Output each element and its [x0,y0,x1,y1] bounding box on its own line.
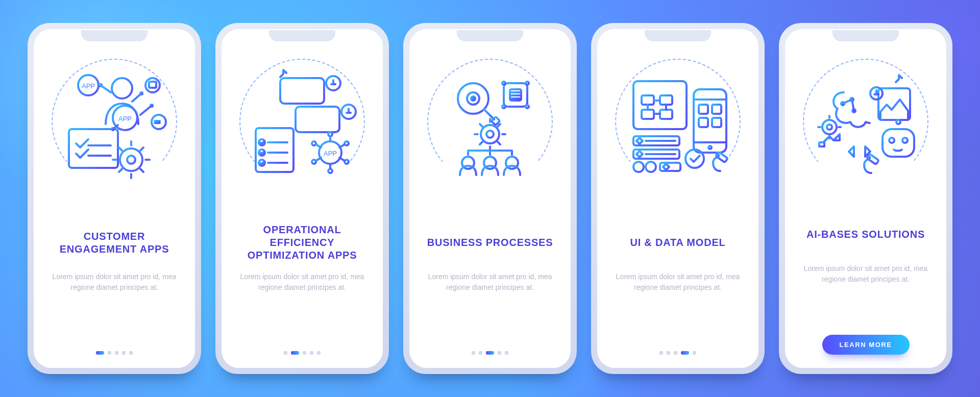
svg-text:APP: APP [118,115,132,122]
svg-text:APP: APP [82,82,95,90]
svg-rect-4 [149,82,156,88]
dot-4[interactable] [122,351,126,355]
screen-title: BUSINESS PROCESSES [427,224,553,262]
phone-mock-2: APP OPERATIONAL EFFICIENCY OPTIMIZATION … [215,23,389,374]
dot-5[interactable] [693,351,696,355]
svg-point-38 [526,82,529,85]
dot-3[interactable] [303,351,306,355]
screen-body: Lorem ipsum dolor sit amet pro id, mea r… [611,271,744,318]
dot-2[interactable] [291,351,299,355]
svg-rect-16 [296,107,339,132]
page-dots[interactable] [284,351,321,355]
svg-point-42 [486,131,494,138]
svg-point-40 [526,105,529,108]
svg-rect-61 [712,118,721,127]
svg-rect-69 [819,142,824,146]
svg-text:APP: APP [324,150,337,157]
svg-point-33 [471,96,475,101]
dot-1[interactable] [472,351,475,355]
phone-mock-4: UI & DATA MODEL Lorem ipsum dolor sit am… [591,23,765,374]
svg-rect-63 [716,152,728,163]
svg-point-57 [708,146,712,149]
dot-1[interactable] [284,351,287,355]
dot-2[interactable] [479,351,482,355]
business-processes-icon [421,53,559,190]
learn-more-button[interactable]: LEARN MORE [822,335,910,355]
dot-1[interactable] [96,351,104,355]
svg-rect-59 [712,105,721,114]
svg-point-53 [633,162,644,172]
screen-3[interactable]: BUSINESS PROCESSES Lorem ipsum dolor sit… [409,29,571,368]
svg-rect-50 [660,110,672,119]
screen-2[interactable]: APP OPERATIONAL EFFICIENCY OPTIMIZATION … [222,29,383,368]
phone-mock-3: BUSINESS PROCESSES Lorem ipsum dolor sit… [403,23,577,374]
svg-rect-48 [642,110,654,119]
svg-rect-72 [883,129,914,157]
operational-efficiency-icon: APP [233,53,371,190]
screen-4[interactable]: UI & DATA MODEL Lorem ipsum dolor sit am… [597,29,758,368]
svg-rect-60 [699,118,708,127]
svg-rect-49 [660,95,672,105]
svg-rect-47 [642,95,654,105]
dot-3[interactable] [486,351,494,355]
svg-point-37 [502,82,505,85]
svg-point-62 [685,150,704,168]
ui-data-model-icon [609,53,747,190]
dot-5[interactable] [129,351,133,355]
svg-point-54 [646,162,656,172]
svg-point-0 [112,78,132,98]
svg-rect-15 [280,78,324,104]
phone-mock-5: AI-BASES SOLUTIONS Lorem ipsum dolor sit… [779,23,952,374]
dot-3[interactable] [115,351,118,355]
screen-body: Lorem ipsum dolor sit amet pro id, mea r… [48,271,181,318]
svg-point-41 [481,125,499,143]
dot-2[interactable] [108,351,111,355]
svg-point-39 [502,105,505,108]
screen-title: AI-BASES SOLUTIONS [806,215,925,254]
screen-body: Lorem ipsum dolor sit amet pro id, mea r… [424,271,556,318]
svg-point-67 [822,120,837,134]
dot-3[interactable] [674,351,677,355]
screen-title: UI & DATA MODEL [630,224,725,262]
ai-based-solutions-icon [797,53,935,190]
svg-rect-58 [699,105,708,114]
screen-5[interactable]: AI-BASES SOLUTIONS Lorem ipsum dolor sit… [785,29,946,368]
page-dots[interactable] [472,351,508,355]
page-dots[interactable] [659,351,696,355]
svg-point-9 [120,148,142,171]
onboarding-row: APP APP CUSTOMER ENGAGEME [0,0,980,397]
dot-4[interactable] [681,351,689,355]
svg-point-73 [889,138,894,143]
dot-5[interactable] [505,351,508,355]
screen-title: OPERATIONAL EFFICIENCY OPTIMIZATION APPS [236,224,369,262]
dot-2[interactable] [667,351,670,355]
phone-mock-1: APP APP CUSTOMER ENGAGEME [28,23,201,374]
svg-point-68 [827,125,832,130]
dot-4[interactable] [310,351,313,355]
dot-5[interactable] [317,351,321,355]
dot-1[interactable] [659,351,663,355]
customer-engagement-icon: APP APP [45,53,183,190]
screen-body: Lorem ipsum dolor sit amet pro id, mea r… [799,263,932,310]
dot-4[interactable] [498,351,501,355]
screen-1[interactable]: APP APP CUSTOMER ENGAGEME [34,29,195,368]
svg-point-10 [127,156,135,164]
screen-title: CUSTOMER ENGAGEMENT APPS [48,224,181,262]
svg-rect-76 [867,154,879,165]
page-dots[interactable] [96,351,133,355]
svg-point-74 [902,138,908,143]
svg-point-75 [896,120,900,124]
screen-body: Lorem ipsum dolor sit amet pro id, mea r… [236,271,369,318]
svg-point-3 [145,78,160,92]
